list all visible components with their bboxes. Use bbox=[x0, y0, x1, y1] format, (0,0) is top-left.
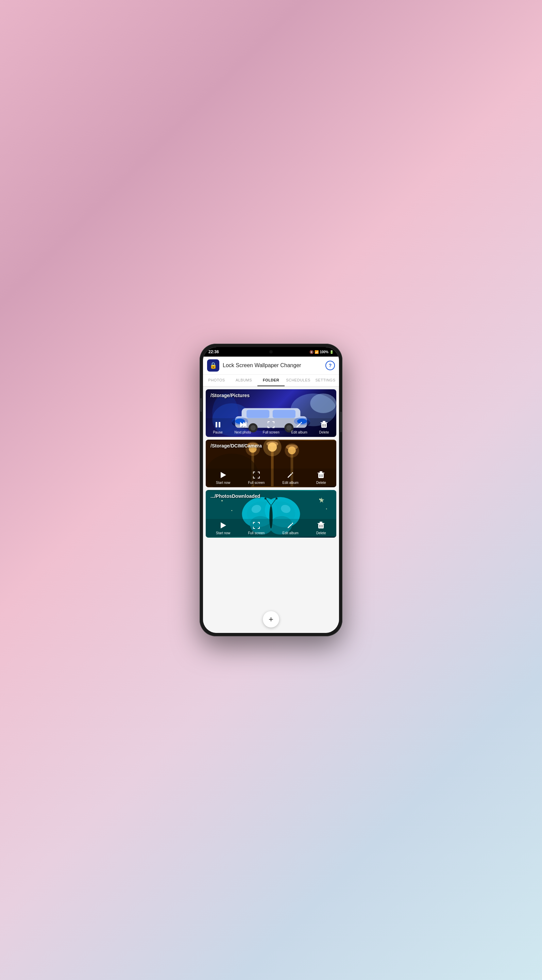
svg-rect-25 bbox=[323, 424, 323, 427]
tab-folder[interactable]: FOLDER bbox=[257, 375, 285, 386]
fab-area: + bbox=[203, 606, 339, 633]
tab-albums[interactable]: ALBUMS bbox=[230, 375, 257, 386]
album-2-folder-name: /Storage/DCIM/Camera bbox=[211, 443, 262, 449]
pause-label: Pause bbox=[213, 430, 222, 434]
fullscreen-button-1[interactable]: Full screen bbox=[263, 421, 279, 434]
svg-marker-65 bbox=[221, 522, 226, 528]
svg-point-62 bbox=[276, 498, 277, 500]
status-icons: 🔇 📶 100% 🔋 bbox=[309, 350, 334, 354]
album-photos-downloaded[interactable]: .../PhotosDownloaded Start now bbox=[206, 490, 336, 538]
svg-point-61 bbox=[265, 498, 266, 500]
album-dcim-camera[interactable]: /Storage/DCIM/Camera Start now bbox=[206, 440, 336, 487]
svg-point-51 bbox=[326, 508, 327, 509]
fullscreen-button-3[interactable]: Full screen bbox=[248, 522, 265, 535]
svg-rect-67 bbox=[320, 522, 322, 523]
fullscreen-icon-1 bbox=[267, 421, 275, 430]
svg-rect-68 bbox=[318, 524, 324, 528]
svg-rect-69 bbox=[320, 525, 320, 527]
edit-label-3: Edit album bbox=[282, 531, 298, 535]
edit-album-button-3[interactable]: Edit album bbox=[282, 522, 298, 535]
album-2-actions: Start now Full screen bbox=[206, 469, 336, 487]
edit-icon-1 bbox=[295, 421, 303, 430]
svg-rect-66 bbox=[318, 523, 324, 524]
svg-rect-46 bbox=[322, 474, 322, 477]
add-icon: + bbox=[269, 614, 273, 624]
album-storage-pictures[interactable]: /Storage/Pictures Pause Next p bbox=[206, 389, 336, 437]
svg-rect-44 bbox=[318, 473, 324, 478]
delete-label-2: Delete bbox=[316, 481, 326, 485]
delete-button-1[interactable]: Delete bbox=[319, 421, 329, 434]
delete-icon-3 bbox=[318, 522, 324, 530]
help-button[interactable]: ? bbox=[325, 361, 335, 370]
play-icon-3 bbox=[219, 522, 227, 530]
delete-icon-1 bbox=[321, 421, 328, 430]
battery-text: 100% bbox=[320, 350, 328, 354]
delete-button-2[interactable]: Delete bbox=[316, 471, 326, 485]
empty-area bbox=[206, 540, 336, 603]
svg-point-48 bbox=[221, 500, 223, 501]
album-1-folder-name: /Storage/Pictures bbox=[211, 393, 250, 398]
svg-point-39 bbox=[285, 443, 299, 457]
phone-frame: 22:36 🔇 📶 100% 🔋 🔒 Lock Screen Wallpaper… bbox=[200, 344, 342, 636]
fullscreen-icon-2 bbox=[253, 471, 260, 480]
svg-rect-23 bbox=[323, 421, 325, 422]
album-1-actions: Pause Next photo bbox=[206, 418, 336, 437]
start-button-2[interactable]: Start now bbox=[216, 471, 230, 485]
start-button-3[interactable]: Start now bbox=[216, 522, 230, 535]
play-icon-2 bbox=[219, 471, 227, 480]
svg-rect-70 bbox=[322, 525, 322, 527]
status-bar: 22:36 🔇 📶 100% 🔋 bbox=[203, 347, 339, 356]
svg-rect-43 bbox=[320, 471, 322, 473]
main-content: /Storage/Pictures Pause Next p bbox=[203, 387, 339, 606]
svg-rect-17 bbox=[216, 422, 217, 427]
status-time: 22:36 bbox=[208, 350, 219, 354]
app-title: Lock Screen Wallpaper Changer bbox=[223, 363, 322, 369]
svg-rect-22 bbox=[321, 422, 328, 423]
start-label-3: Start now bbox=[216, 531, 230, 535]
edit-label-2: Edit album bbox=[282, 481, 298, 485]
fullscreen-label-3: Full screen bbox=[248, 531, 265, 535]
next-photo-button[interactable]: Next photo bbox=[235, 421, 251, 434]
wifi-icon: 📶 bbox=[315, 350, 319, 354]
svg-rect-45 bbox=[320, 474, 320, 477]
fullscreen-label-1: Full screen bbox=[263, 430, 279, 434]
svg-point-3 bbox=[310, 393, 336, 413]
start-label-2: Start now bbox=[216, 481, 230, 485]
delete-label-1: Delete bbox=[319, 430, 329, 434]
edit-album-button-1[interactable]: Edit album bbox=[292, 421, 307, 434]
mute-icon: 🔇 bbox=[309, 350, 314, 354]
svg-rect-8 bbox=[273, 410, 295, 418]
app-header: 🔒 Lock Screen Wallpaper Changer ? bbox=[203, 356, 339, 375]
volume-button bbox=[200, 398, 202, 412]
svg-rect-7 bbox=[247, 410, 269, 418]
svg-rect-26 bbox=[325, 424, 325, 427]
svg-rect-42 bbox=[318, 473, 324, 473]
tab-schedules[interactable]: SCHEDULES bbox=[285, 375, 312, 386]
pause-icon bbox=[214, 421, 222, 430]
fullscreen-label-2: Full screen bbox=[248, 481, 265, 485]
tab-photos[interactable]: PHOTOS bbox=[203, 375, 230, 386]
phone-screen: 22:36 🔇 📶 100% 🔋 🔒 Lock Screen Wallpaper… bbox=[203, 347, 339, 633]
svg-point-49 bbox=[231, 510, 232, 511]
svg-rect-24 bbox=[321, 423, 327, 428]
next-icon bbox=[239, 421, 247, 430]
fullscreen-icon-3 bbox=[253, 522, 260, 530]
pause-button[interactable]: Pause bbox=[213, 421, 222, 434]
tab-bar: PHOTOS ALBUMS FOLDER SCHEDULES SETTINGS bbox=[203, 375, 339, 387]
next-label: Next photo bbox=[235, 430, 251, 434]
power-button bbox=[340, 412, 342, 432]
delete-icon-2 bbox=[318, 471, 324, 480]
fullscreen-button-2[interactable]: Full screen bbox=[248, 471, 265, 485]
svg-rect-18 bbox=[219, 422, 220, 427]
delete-label-3: Delete bbox=[316, 531, 326, 535]
edit-album-button-2[interactable]: Edit album bbox=[282, 471, 298, 485]
svg-rect-21 bbox=[246, 422, 247, 427]
album-3-actions: Start now Full screen bbox=[206, 519, 336, 538]
battery-icon: 🔋 bbox=[330, 350, 334, 354]
edit-icon-2 bbox=[287, 471, 294, 480]
add-folder-button[interactable]: + bbox=[263, 611, 279, 627]
tab-settings[interactable]: SETTINGS bbox=[312, 375, 339, 386]
delete-button-3[interactable]: Delete bbox=[316, 522, 326, 535]
edit-icon-3 bbox=[287, 522, 294, 530]
edit-label-1: Edit album bbox=[292, 430, 307, 434]
